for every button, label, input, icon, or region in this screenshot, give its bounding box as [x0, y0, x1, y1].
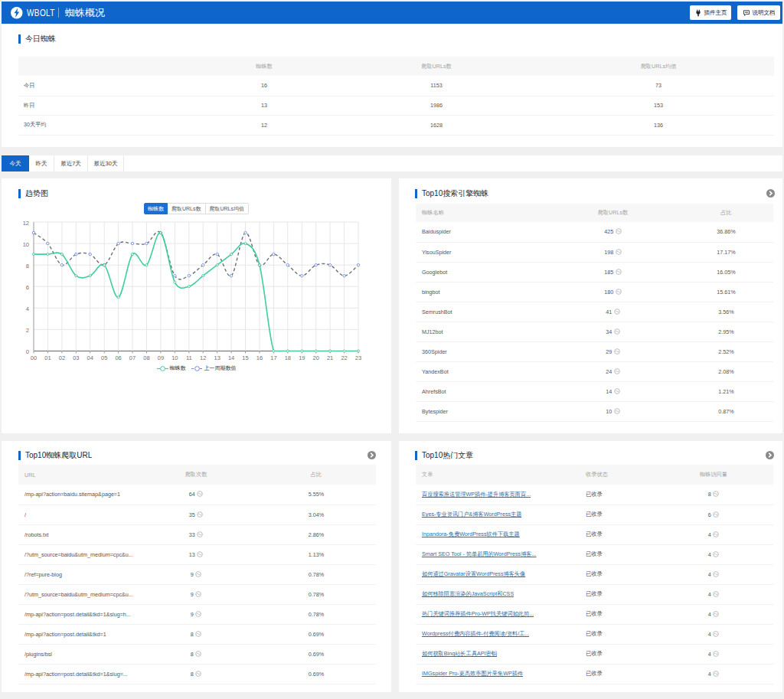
svg-text:11: 11 — [186, 354, 192, 361]
svg-text:2: 2 — [26, 327, 29, 334]
svg-text:19: 19 — [299, 354, 305, 361]
svg-text:20: 20 — [313, 354, 319, 361]
svg-text:4: 4 — [26, 305, 29, 312]
svg-text:05: 05 — [101, 354, 107, 361]
svg-text:17: 17 — [270, 354, 276, 361]
svg-text:01: 01 — [44, 354, 51, 361]
svg-text:22: 22 — [341, 354, 347, 361]
svg-text:12: 12 — [200, 354, 206, 361]
svg-text:13: 13 — [214, 354, 220, 361]
svg-text:16: 16 — [256, 354, 263, 361]
svg-text:12: 12 — [23, 220, 29, 227]
svg-text:18: 18 — [285, 354, 291, 361]
svg-text:09: 09 — [158, 354, 164, 361]
svg-text:23: 23 — [355, 354, 361, 361]
svg-text:8: 8 — [26, 263, 29, 269]
svg-text:0: 0 — [26, 348, 29, 355]
svg-text:10: 10 — [172, 354, 178, 361]
svg-text:06: 06 — [115, 354, 121, 361]
svg-text:04: 04 — [87, 354, 93, 361]
svg-text:02: 02 — [59, 354, 65, 361]
svg-text:08: 08 — [143, 354, 149, 361]
svg-text:07: 07 — [129, 354, 136, 361]
svg-text:6: 6 — [26, 284, 29, 291]
svg-text:14: 14 — [228, 354, 234, 361]
svg-text:00: 00 — [31, 354, 37, 361]
svg-text:15: 15 — [242, 354, 248, 361]
svg-text:21: 21 — [327, 354, 333, 361]
svg-text:10: 10 — [23, 241, 29, 248]
svg-text:03: 03 — [73, 354, 79, 361]
